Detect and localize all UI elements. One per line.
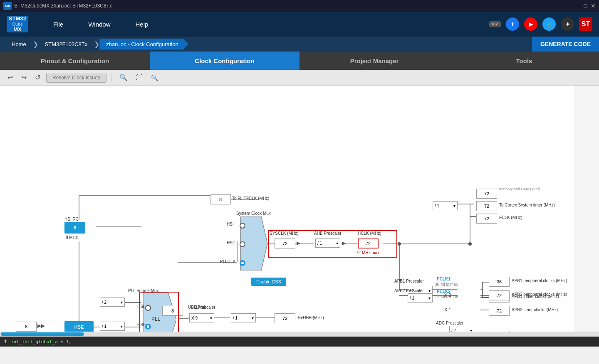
twitter-icon[interactable]: 🐦 — [542, 17, 556, 31]
hclk-label: HCLK (MHz) — [358, 231, 381, 236]
breadcrumb-chip[interactable]: STM32F103C8Tx — [38, 39, 94, 50]
toolbar-separator — [111, 74, 112, 82]
sys-hse-radio[interactable] — [240, 241, 245, 247]
top-out-label: memory and DMA (MHz) — [499, 187, 540, 191]
pll-mul-val: X 9 — [191, 316, 198, 320]
st-icon[interactable]: ST — [579, 17, 592, 31]
sysclk-label: SYSCLK (MHz) — [270, 231, 298, 236]
breadcrumb: Home ❯ STM32F103C8Tx ❯ zhan.ioc - Clock … — [0, 37, 599, 52]
sys-clk-mux-label: System Clock Mux — [236, 211, 271, 216]
horizontal-scrollbar[interactable] — [0, 332, 599, 337]
app-logo: STM32 Cube MX — [7, 16, 28, 32]
apb2-timer-label: APB2 timer clocks (MHz) — [512, 307, 558, 312]
apb2-timer-val: 72 — [489, 306, 510, 316]
usb-div-arrow: ▾ — [252, 316, 254, 320]
apb2-val: / 1 — [410, 296, 414, 300]
tab-clock[interactable]: Clock Configuration — [150, 52, 300, 70]
usb-val: 72 — [275, 313, 295, 323]
close-button[interactable]: ✕ — [591, 2, 596, 9]
facebook-icon[interactable]: f — [506, 17, 519, 31]
zoom-out-button[interactable]: 🔍 — [149, 73, 161, 83]
zoom-in-button[interactable]: 🔍 — [117, 72, 130, 83]
svg-text:PLL: PLL — [151, 316, 161, 322]
logo-cube: Cube — [12, 22, 23, 27]
cortex-div-arrow: ▾ — [453, 204, 455, 208]
fullscreen-button[interactable]: ⛶ — [134, 72, 145, 83]
menu-file[interactable]: File — [53, 21, 63, 28]
pll-mul-select[interactable]: X 9 ▾ — [189, 313, 214, 322]
pll-hse-label: HSE — [137, 322, 146, 327]
svg-point-15 — [398, 242, 401, 246]
usb-to-label: To USB (MHz) — [297, 315, 324, 320]
pclk2-label: PCLK2 — [437, 289, 450, 294]
logo-mx: MX — [13, 27, 22, 32]
clock-diagram-area[interactable]: HSI RC 8 8 MHz HSE 8 4-16 MHz ▶▶ / 1 ▾ /… — [0, 86, 599, 332]
ahb-select[interactable]: / 1 ▾ — [315, 239, 340, 248]
redo-button[interactable]: ↪ — [19, 72, 29, 83]
network-icon[interactable]: ✦ — [561, 17, 574, 31]
pll-mul-arrow: ▾ — [210, 316, 212, 320]
undo-button[interactable]: ↩ — [5, 72, 15, 83]
titlebar: MX STM32CubeMX zhan.ioc: STM32F103C8Tx ─… — [0, 0, 599, 12]
cortex-val: 72 — [476, 201, 497, 211]
refresh-button[interactable]: ↺ — [32, 72, 43, 83]
resolve-clock-button[interactable]: Resolve Clock Issues — [46, 73, 106, 83]
breadcrumb-active[interactable]: zhan.ioc - Clock Configuration — [99, 39, 188, 50]
usb-div-select[interactable]: / 1 ▾ — [231, 313, 256, 322]
apb1-max-label: 36 MHz max — [435, 282, 458, 287]
hse-arrows: ▶▶ — [37, 323, 45, 329]
toolbar: ↩ ↪ ↺ Resolve Clock Issues 🔍 ⛶ 🔍 — [0, 70, 599, 86]
pclk1-label: PCLK1 — [437, 277, 450, 281]
ahb-arrow: ▶ — [342, 240, 346, 246]
generate-code-button[interactable]: GENERATE CODE — [532, 37, 599, 52]
youtube-icon[interactable]: ▶ — [524, 17, 537, 31]
pll-hse-radio[interactable] — [145, 324, 151, 330]
hse-div-select[interactable]: / 1 ▾ — [100, 322, 125, 331]
flitfclk-label: To FLITFCLK (MHz) — [232, 196, 269, 201]
cortex-div-val: / 1 — [435, 204, 439, 208]
hse-div-arrow: ▾ — [121, 324, 123, 329]
minimize-button[interactable]: ─ — [577, 2, 581, 9]
pll-hsi-radio[interactable] — [145, 305, 151, 311]
sys-hse-label: HSE — [227, 241, 235, 245]
scrollbar-thumb[interactable] — [1, 332, 84, 336]
pll-hsi-label: HSI — [137, 304, 144, 309]
pll-prediv-select[interactable]: / 2 ▾ — [100, 298, 125, 307]
menu-window[interactable]: Window — [88, 21, 110, 28]
window-controls: ─ □ ✕ — [577, 2, 596, 9]
bottombar: ⬆ int_init_global_a = 1; — [0, 337, 599, 347]
breadcrumb-home[interactable]: Home — [5, 39, 33, 50]
apb1-prescaler-label: APB1 Prescaler — [394, 279, 424, 283]
pll-prediv-arrow: ▾ — [121, 300, 123, 305]
hse-div-val: / 1 — [102, 324, 106, 329]
adc-select[interactable]: / 2 ▾ — [449, 326, 474, 332]
tab-project[interactable]: Project Manager — [300, 52, 449, 70]
apb1-arrow: ▾ — [428, 288, 431, 293]
hse-input[interactable]: 8 — [16, 322, 37, 332]
sysclk-arrow: ▶ — [297, 240, 300, 246]
logo-stm32: STM32 — [9, 16, 26, 22]
tab-tools[interactable]: Tools — [449, 52, 599, 70]
app-title: STM32CubeMX zhan.ioc: STM32F103C8Tx — [14, 3, 577, 9]
expand-icon[interactable]: ⬆ — [3, 339, 7, 344]
apb1-periph-label: APB1 peripheral clocks (MHz) — [512, 278, 567, 283]
usb-div-val: / 1 — [233, 316, 238, 320]
badge-icon: 10✓ — [489, 21, 501, 27]
top-out-val: 72 — [476, 189, 497, 199]
sys-pllclk-radio[interactable] — [240, 260, 245, 266]
maximize-button[interactable]: □ — [584, 2, 587, 9]
tab-pinout[interactable]: Pinout & Configuration — [0, 52, 150, 70]
apb2-x1: X 1 — [444, 307, 451, 312]
hse-block: HSE — [64, 321, 94, 332]
apb2-select[interactable]: / 1 ▾ — [408, 293, 433, 303]
breadcrumb-sep-2: ❯ — [94, 40, 99, 48]
enable-css-button[interactable]: Enable CSS — [251, 278, 286, 286]
apb2-arrow: ▾ — [428, 296, 431, 300]
cortex-div-select[interactable]: / 1 ▾ — [433, 201, 458, 210]
sys-hsi-radio[interactable] — [240, 223, 245, 229]
app-logo-small: MX — [3, 2, 12, 10]
menu-help[interactable]: Help — [136, 21, 149, 28]
ahb-arrow: ▾ — [336, 241, 338, 246]
ahb-val: / 1 — [317, 241, 322, 246]
menu-items: File Window Help — [53, 21, 489, 28]
